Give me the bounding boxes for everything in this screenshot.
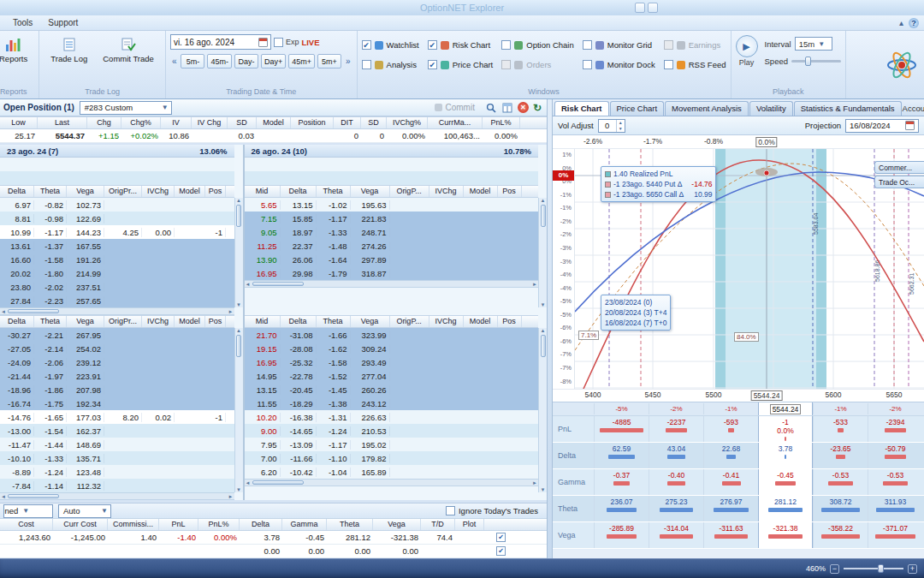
table-row[interactable]: 7.1515.85-1.17221.83 (245, 212, 538, 225)
spinner-up-icon[interactable]: ▲ (617, 120, 625, 126)
tab-price-chart[interactable]: Price Chart (610, 101, 665, 116)
close-icon[interactable]: ✕ (518, 102, 529, 113)
table-row[interactable]: 8.81-0.98122.69 (0, 212, 234, 225)
table-row[interactable]: 25.175544.37+1.15+0.02%10.860.03000.00%1… (0, 129, 547, 143)
table-row[interactable]: 10.20-16.38-1.31226.63 (245, 410, 538, 424)
tab-risk-chart[interactable]: Risk Chart (554, 101, 609, 116)
menu-support[interactable]: Support (40, 17, 86, 28)
window-toggle-orders[interactable]: Orders (501, 60, 573, 69)
table-row[interactable]: 10.99-1.17144.234.250.00-1 (0, 225, 234, 239)
time-fwd-fast-icon[interactable]: » (344, 57, 352, 66)
table-row[interactable]: 1,243.60-1,245.001.40-1.400.00%3.78-0.45… (0, 531, 547, 545)
zoom-out-icon[interactable]: − (830, 564, 839, 574)
table-row[interactable]: 9.0518.97-1.33248.71 (245, 225, 538, 239)
window-toggle-monitor-grid[interactable]: Monitor Grid (583, 40, 655, 50)
table-row[interactable]: -8.89-1.24123.48 (0, 465, 234, 479)
time-nav-45m-back[interactable]: 45m- (207, 54, 232, 69)
tab-volatility[interactable]: Volatility (749, 101, 793, 116)
search-icon[interactable] (485, 102, 497, 114)
table-row[interactable]: 13.15-20.45-1.45260.26 (245, 383, 538, 396)
help-icon[interactable]: ? (909, 18, 919, 28)
table-row[interactable]: -16.74-1.75192.34 (0, 396, 234, 410)
time-nav-5m-fwd[interactable]: 5m+ (317, 54, 341, 69)
calendar-icon[interactable] (258, 38, 268, 47)
horizontal-scrollbar[interactable]: ◄► (245, 280, 538, 288)
table-row[interactable]: 27.84-2.23257.65 (0, 294, 234, 307)
zoom-in-icon[interactable]: + (908, 564, 917, 574)
vertical-scrollbar[interactable]: ▲▼ (538, 328, 547, 492)
vol-adjust-spinner[interactable]: 0 ▲▼ (598, 119, 625, 133)
projection-date-field[interactable]: 16/08/2024 (845, 119, 919, 133)
window-toggle-earnings[interactable]: Earnings (664, 40, 726, 50)
table-row[interactable]: 0.000.000.000.00✔ (0, 545, 547, 558)
quick-access-icon[interactable] (648, 3, 658, 13)
spinner-down-icon[interactable]: ▼ (617, 126, 625, 132)
table-row[interactable]: -24.09-2.06239.12 (0, 355, 234, 369)
commit-button[interactable]: Commit (429, 103, 479, 112)
table-row[interactable]: 21.70-31.08-1.66323.99 (245, 328, 538, 342)
table-row[interactable]: 6.20-10.42-1.04165.89 (245, 465, 538, 479)
table-row[interactable]: 6.97-0.82102.73 (0, 198, 234, 212)
horizontal-scrollbar[interactable]: ◄► (245, 479, 538, 486)
play-button[interactable]: ▶ (736, 35, 758, 57)
calendar-icon[interactable] (905, 121, 915, 130)
table-row[interactable]: 20.02-1.80214.99 (0, 266, 234, 280)
time-nav-45m-fwd[interactable]: 45m+ (288, 54, 315, 69)
auto-select[interactable]: Auto ▼ (58, 504, 111, 518)
refresh-icon[interactable]: ↻ (533, 102, 542, 114)
exp-checkbox[interactable] (274, 38, 283, 47)
vertical-scrollbar[interactable]: ▲▼ (538, 198, 547, 307)
window-toggle-analysis[interactable]: Analysis (362, 60, 419, 69)
table-row[interactable]: -14.76-1.65177.038.200.02-1 (0, 410, 234, 424)
table-row[interactable]: 7.00-11.66-1.10179.82 (245, 451, 538, 465)
table-row[interactable]: 13.61-1.37167.55 (0, 239, 234, 253)
expiry-title[interactable]: 23 ago. 24 (7) 13.06% (0, 145, 234, 158)
tab-statistics-fundamentals[interactable]: Statistics & Fundamentals (794, 101, 902, 116)
account-panel-label[interactable]: Accou... (903, 104, 924, 116)
table-row[interactable]: -30.27-2.21267.95 (0, 328, 234, 342)
slider-thumb-icon[interactable] (878, 564, 884, 573)
table-row[interactable]: 14.95-22.78-1.52277.04 (245, 369, 538, 383)
zoom-slider[interactable] (844, 568, 903, 569)
scrollbar-thumb[interactable] (236, 335, 241, 357)
ignore-trades-checkbox[interactable] (446, 506, 455, 515)
window-toggle-rss-feed[interactable]: RSS Feed (664, 60, 726, 69)
table-row[interactable]: -7.84-1.14112.32 (0, 479, 234, 492)
table-row[interactable]: 11.55-18.29-1.38243.12 (245, 396, 538, 410)
table-row[interactable]: -18.96-1.86207.98 (0, 383, 234, 396)
table-row[interactable]: 5.6513.15-1.02195.63 (245, 198, 538, 212)
speed-slider[interactable] (791, 60, 841, 63)
title-bar[interactable]: OptionNET Explorer (0, 0, 924, 15)
table-row[interactable]: 11.2522.37-1.48274.26 (245, 239, 538, 253)
scrollbar-thumb[interactable] (252, 480, 304, 485)
risk-chart-plot[interactable]: 5530.46 5583.04 5618.86 5662.31 (575, 149, 924, 389)
menu-tools[interactable]: Tools (5, 17, 40, 28)
table-row[interactable]: -10.10-1.33135.71 (0, 451, 234, 465)
expiry-title[interactable]: 26 ago. 24 (10) 10.78% (245, 145, 538, 158)
table-row[interactable]: -11.47-1.44148.69 (0, 438, 234, 451)
slider-thumb-icon[interactable] (805, 57, 811, 66)
trade-log-button[interactable]: Trade Log (44, 33, 94, 66)
scrollbar-thumb[interactable] (541, 205, 546, 227)
quick-access-icon[interactable] (635, 3, 645, 13)
window-toggle-monitor-dock[interactable]: Monitor Dock (583, 60, 655, 69)
trading-date-field[interactable]: vi. 16 ago. 2024 (170, 34, 271, 50)
table-row[interactable]: 19.15-28.08-1.62309.24 (245, 342, 538, 355)
time-nav-5m-back[interactable]: 5m- (181, 54, 204, 69)
vertical-scrollbar[interactable]: ▲▼ (234, 328, 243, 492)
vertical-scrollbar[interactable]: ▲▼ (234, 198, 243, 307)
window-toggle-price-chart[interactable]: Price Chart (428, 60, 494, 69)
time-nav-day-back[interactable]: Day- (234, 54, 258, 69)
combined-select[interactable]: Combined ▼ (3, 504, 53, 518)
horizontal-scrollbar[interactable]: ◄► (0, 492, 234, 500)
window-toggle-watchlist[interactable]: Watchlist (362, 40, 419, 50)
scrollbar-thumb[interactable] (8, 309, 59, 313)
risk-chart[interactable]: -2.6% -1.7% -0.8% 0.0% 0% 1%0%0%-1%-1%-2… (553, 135, 924, 402)
horizontal-scrollbar[interactable]: ◄► (0, 307, 234, 315)
reports-button[interactable]: Reports (0, 33, 34, 66)
scrollbar-thumb[interactable] (8, 494, 59, 498)
scrollbar-thumb[interactable] (236, 205, 241, 227)
strategy-select[interactable]: #283 Custom ▼ (80, 101, 172, 115)
table-row[interactable]: 16.60-1.58191.26 (0, 253, 234, 266)
commentary-side-tab[interactable]: Commer... (874, 161, 924, 174)
